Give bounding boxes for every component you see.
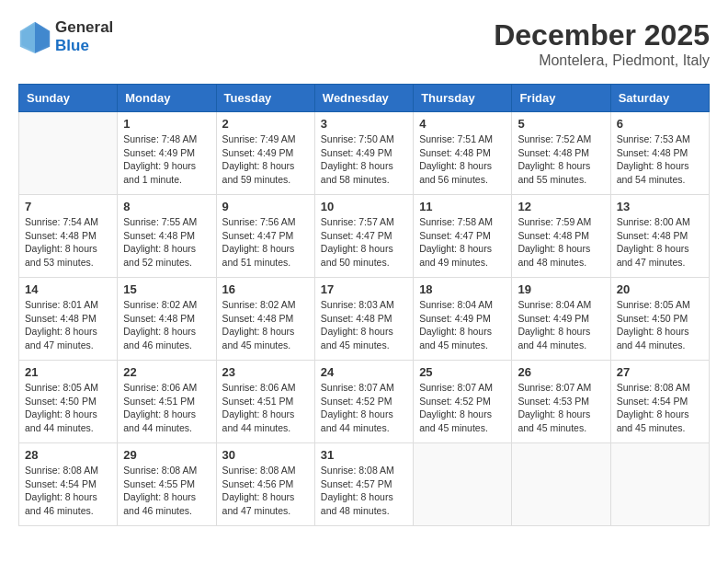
cell-text: Sunrise: 8:03 AM Sunset: 4:48 PM Dayligh… <box>321 298 407 352</box>
cell-text: Sunrise: 8:05 AM Sunset: 4:50 PM Dayligh… <box>617 298 703 352</box>
day-number: 20 <box>617 282 703 296</box>
calendar-cell: 8Sunrise: 7:55 AM Sunset: 4:48 PM Daylig… <box>118 195 216 278</box>
weekday-header-tuesday: Tuesday <box>216 85 314 112</box>
cell-text: Sunrise: 8:08 AM Sunset: 4:54 PM Dayligh… <box>617 381 703 435</box>
calendar-cell <box>610 443 709 526</box>
weekday-header-monday: Monday <box>118 85 216 112</box>
day-number: 31 <box>321 448 407 462</box>
cell-text: Sunrise: 8:06 AM Sunset: 4:51 PM Dayligh… <box>123 381 210 435</box>
day-number: 4 <box>419 117 506 131</box>
weekday-header-sunday: Sunday <box>19 85 118 112</box>
day-number: 21 <box>25 365 111 379</box>
day-number: 16 <box>222 282 309 296</box>
day-number: 11 <box>419 200 506 213</box>
calendar-cell: 24Sunrise: 8:07 AM Sunset: 4:52 PM Dayli… <box>314 361 413 443</box>
day-number: 25 <box>419 365 506 379</box>
week-row-2: 7Sunrise: 7:54 AM Sunset: 4:48 PM Daylig… <box>19 195 710 278</box>
month-year-title: December 2025 <box>494 18 710 52</box>
day-number: 28 <box>25 448 111 462</box>
cell-text: Sunrise: 8:07 AM Sunset: 4:52 PM Dayligh… <box>419 381 506 435</box>
cell-text: Sunrise: 7:53 AM Sunset: 4:48 PM Dayligh… <box>617 132 703 187</box>
calendar-cell: 18Sunrise: 8:04 AM Sunset: 4:49 PM Dayli… <box>414 278 512 361</box>
cell-text: Sunrise: 8:05 AM Sunset: 4:50 PM Dayligh… <box>25 381 111 435</box>
calendar-cell: 11Sunrise: 7:58 AM Sunset: 4:47 PM Dayli… <box>414 195 512 278</box>
cell-text: Sunrise: 7:54 AM Sunset: 4:48 PM Dayligh… <box>25 215 111 270</box>
svg-marker-1 <box>35 22 50 53</box>
week-row-3: 14Sunrise: 8:01 AM Sunset: 4:48 PM Dayli… <box>19 278 710 361</box>
day-number: 12 <box>518 200 604 213</box>
cell-text: Sunrise: 7:55 AM Sunset: 4:48 PM Dayligh… <box>123 215 210 270</box>
calendar-cell <box>512 443 610 526</box>
logo: General Blue <box>18 18 113 55</box>
cell-text: Sunrise: 8:04 AM Sunset: 4:49 PM Dayligh… <box>518 298 604 352</box>
calendar-cell: 13Sunrise: 8:00 AM Sunset: 4:48 PM Dayli… <box>610 195 709 278</box>
day-number: 26 <box>518 365 604 379</box>
day-number: 8 <box>123 200 210 213</box>
calendar-cell: 31Sunrise: 8:08 AM Sunset: 4:57 PM Dayli… <box>314 443 413 526</box>
day-number: 24 <box>321 365 407 379</box>
calendar-cell: 3Sunrise: 7:50 AM Sunset: 4:49 PM Daylig… <box>314 112 413 195</box>
cell-text: Sunrise: 7:57 AM Sunset: 4:47 PM Dayligh… <box>321 215 407 270</box>
day-number: 9 <box>222 200 309 213</box>
cell-text: Sunrise: 7:51 AM Sunset: 4:48 PM Dayligh… <box>419 132 506 187</box>
cell-text: Sunrise: 8:02 AM Sunset: 4:48 PM Dayligh… <box>222 298 309 352</box>
day-number: 29 <box>123 448 210 462</box>
week-row-5: 28Sunrise: 8:08 AM Sunset: 4:54 PM Dayli… <box>19 443 710 526</box>
day-number: 7 <box>25 200 111 213</box>
location-subtitle: Montelera, Piedmont, Italy <box>494 52 710 69</box>
title-block: December 2025 Montelera, Piedmont, Italy <box>494 18 710 69</box>
calendar-cell: 19Sunrise: 8:04 AM Sunset: 4:49 PM Dayli… <box>512 278 610 361</box>
day-number: 27 <box>617 365 703 379</box>
calendar-cell <box>19 112 118 195</box>
calendar-cell: 21Sunrise: 8:05 AM Sunset: 4:50 PM Dayli… <box>19 361 118 443</box>
cell-text: Sunrise: 8:08 AM Sunset: 4:55 PM Dayligh… <box>123 464 210 518</box>
day-number: 2 <box>222 117 309 131</box>
calendar-cell: 22Sunrise: 8:06 AM Sunset: 4:51 PM Dayli… <box>118 361 216 443</box>
cell-text: Sunrise: 8:08 AM Sunset: 4:57 PM Dayligh… <box>321 464 407 518</box>
calendar-cell: 2Sunrise: 7:49 AM Sunset: 4:49 PM Daylig… <box>216 112 314 195</box>
page-header: General Blue December 2025 Montelera, Pi… <box>18 18 710 69</box>
weekday-header-saturday: Saturday <box>610 85 709 112</box>
day-number: 17 <box>321 282 407 296</box>
calendar-cell: 9Sunrise: 7:56 AM Sunset: 4:47 PM Daylig… <box>216 195 314 278</box>
calendar-cell <box>414 443 512 526</box>
day-number: 1 <box>123 117 210 131</box>
day-number: 14 <box>25 282 111 296</box>
day-number: 13 <box>617 200 703 213</box>
calendar-cell: 30Sunrise: 8:08 AM Sunset: 4:56 PM Dayli… <box>216 443 314 526</box>
calendar-cell: 20Sunrise: 8:05 AM Sunset: 4:50 PM Dayli… <box>610 278 709 361</box>
calendar-cell: 15Sunrise: 8:02 AM Sunset: 4:48 PM Dayli… <box>118 278 216 361</box>
weekday-header-thursday: Thursday <box>414 85 512 112</box>
calendar-cell: 6Sunrise: 7:53 AM Sunset: 4:48 PM Daylig… <box>610 112 709 195</box>
cell-text: Sunrise: 7:59 AM Sunset: 4:48 PM Dayligh… <box>518 215 604 270</box>
cell-text: Sunrise: 7:50 AM Sunset: 4:49 PM Dayligh… <box>321 132 407 187</box>
cell-text: Sunrise: 8:08 AM Sunset: 4:54 PM Dayligh… <box>25 464 111 518</box>
day-number: 22 <box>123 365 210 379</box>
calendar-cell: 1Sunrise: 7:48 AM Sunset: 4:49 PM Daylig… <box>118 112 216 195</box>
cell-text: Sunrise: 8:02 AM Sunset: 4:48 PM Dayligh… <box>123 298 210 352</box>
day-number: 19 <box>518 282 604 296</box>
cell-text: Sunrise: 8:04 AM Sunset: 4:49 PM Dayligh… <box>419 298 506 352</box>
week-row-1: 1Sunrise: 7:48 AM Sunset: 4:49 PM Daylig… <box>19 112 710 195</box>
svg-marker-2 <box>20 22 35 53</box>
day-number: 15 <box>123 282 210 296</box>
cell-text: Sunrise: 8:00 AM Sunset: 4:48 PM Dayligh… <box>617 215 703 270</box>
day-number: 10 <box>321 200 407 213</box>
cell-text: Sunrise: 7:56 AM Sunset: 4:47 PM Dayligh… <box>222 215 309 270</box>
logo-text: General Blue <box>55 18 113 55</box>
calendar-cell: 25Sunrise: 8:07 AM Sunset: 4:52 PM Dayli… <box>414 361 512 443</box>
day-number: 3 <box>321 117 407 131</box>
day-number: 23 <box>222 365 309 379</box>
calendar-cell: 26Sunrise: 8:07 AM Sunset: 4:53 PM Dayli… <box>512 361 610 443</box>
calendar-cell: 7Sunrise: 7:54 AM Sunset: 4:48 PM Daylig… <box>19 195 118 278</box>
calendar-cell: 14Sunrise: 8:01 AM Sunset: 4:48 PM Dayli… <box>19 278 118 361</box>
week-row-4: 21Sunrise: 8:05 AM Sunset: 4:50 PM Dayli… <box>19 361 710 443</box>
weekday-header-friday: Friday <box>512 85 610 112</box>
day-number: 30 <box>222 448 309 462</box>
cell-text: Sunrise: 7:58 AM Sunset: 4:47 PM Dayligh… <box>419 215 506 270</box>
cell-text: Sunrise: 7:48 AM Sunset: 4:49 PM Dayligh… <box>123 132 210 187</box>
calendar-cell: 12Sunrise: 7:59 AM Sunset: 4:48 PM Dayli… <box>512 195 610 278</box>
cell-text: Sunrise: 8:07 AM Sunset: 4:52 PM Dayligh… <box>321 381 407 435</box>
calendar-cell: 28Sunrise: 8:08 AM Sunset: 4:54 PM Dayli… <box>19 443 118 526</box>
weekday-header-row: SundayMondayTuesdayWednesdayThursdayFrid… <box>19 85 710 112</box>
